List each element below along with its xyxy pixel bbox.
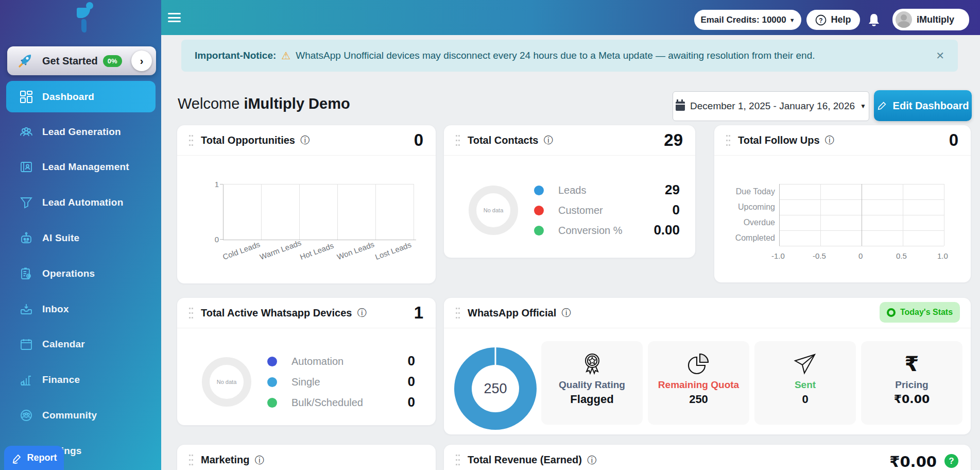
info-icon[interactable]: ⓘ <box>543 134 553 146</box>
info-icon[interactable]: ⓘ <box>254 454 264 466</box>
stat-value: 0 <box>754 393 856 406</box>
card-total-opportunities: Total Opportunities ⓘ 0 1 0 Cold Leads W… <box>177 125 436 283</box>
drag-handle-icon[interactable] <box>455 306 460 320</box>
question-circle-icon: ? <box>815 14 827 26</box>
imultiply-logo <box>61 1 101 33</box>
question-badge-icon[interactable]: ? <box>944 454 958 468</box>
lead-management-icon <box>20 160 33 174</box>
stat-label: Quality Rating <box>541 379 643 391</box>
sidebar-item-community[interactable]: Community <box>6 405 156 426</box>
sidebar-item-label: Dashboard <box>42 91 94 103</box>
page-title: Welcome iMultiply Demo <box>178 95 350 112</box>
info-icon[interactable]: ⓘ <box>561 307 571 319</box>
finance-icon <box>20 373 33 387</box>
info-icon[interactable]: ⓘ <box>300 134 310 146</box>
drag-handle-icon[interactable] <box>726 133 731 147</box>
legend-value: 0 <box>408 374 415 390</box>
card-marketing: Marketing ⓘ <box>177 445 436 470</box>
pencil-icon <box>877 100 887 111</box>
sidebar-item-lead-automation[interactable]: Lead Automation <box>6 192 156 213</box>
sidebar-item-ai-suite[interactable]: AI Suite <box>6 228 156 248</box>
sidebar-item-label: Community <box>42 410 97 421</box>
lead-generation-icon <box>20 125 33 139</box>
card-title: WhatsApp Official <box>468 307 556 319</box>
sidebar-item-operations[interactable]: Operations <box>6 263 156 284</box>
lead-automation-icon <box>20 196 33 209</box>
drag-handle-icon[interactable] <box>455 453 460 467</box>
card-title: Total Active Whatsapp Devices <box>201 307 352 319</box>
send-icon <box>754 350 856 377</box>
drag-handle-icon[interactable] <box>188 133 194 147</box>
pie-chart-icon <box>648 350 749 377</box>
devices-donut-chart: No data <box>202 357 251 407</box>
sidebar-item-label: Lead Management <box>42 161 129 173</box>
operations-icon <box>20 267 33 280</box>
edit-dashboard-button[interactable]: Edit Dashboard <box>874 90 972 121</box>
report-button[interactable]: Report <box>4 446 64 470</box>
help-button[interactable]: ? Help <box>806 10 860 30</box>
email-credits-dropdown[interactable]: Email Credits: 10000 ▼ <box>694 10 801 30</box>
info-icon[interactable]: ⓘ <box>587 454 596 466</box>
contacts-donut-chart: No data <box>469 186 518 235</box>
card-title: Total Revenue (Earned) <box>468 454 582 466</box>
calendar-icon <box>676 102 685 111</box>
menu-toggle-icon[interactable] <box>168 13 181 23</box>
calendar-icon <box>20 338 33 351</box>
rupee-icon: ₹ <box>861 350 962 377</box>
date-range-picker[interactable]: December 1, 2025 - January 16, 2026 ▼ <box>673 91 869 121</box>
medal-icon <box>541 350 643 377</box>
dashboard-icon <box>20 90 33 104</box>
drag-handle-icon[interactable] <box>188 453 194 467</box>
card-total-revenue: Total Revenue (Earned) ⓘ ₹0.00 ? <box>444 445 971 470</box>
legend-item: Conversion % <box>534 225 623 237</box>
email-credits-label: Email Credits: 10000 <box>700 15 786 25</box>
sidebar-item-label: Lead Automation <box>42 197 123 208</box>
info-icon[interactable]: ⓘ <box>357 307 366 319</box>
sidebar-item-label: Operations <box>42 268 95 279</box>
info-icon[interactable]: ⓘ <box>825 134 834 146</box>
get-started-button[interactable]: Get Started 0% › <box>7 46 156 75</box>
drag-handle-icon[interactable] <box>188 306 194 320</box>
legend-value: 0 <box>408 353 415 369</box>
close-icon[interactable]: ✕ <box>936 49 944 62</box>
card-value: 0 <box>949 130 958 150</box>
pencil-icon <box>11 452 23 464</box>
sidebar-item-lead-generation[interactable]: Lead Generation <box>6 122 156 142</box>
sidebar-item-finance[interactable]: Finance <box>6 370 156 390</box>
get-started-label: Get Started <box>42 55 98 67</box>
avatar <box>896 11 912 28</box>
stat-tile-sent: Sent 0 <box>754 341 856 425</box>
stat-tile-remaining-quota: Remaining Quota 250 <box>648 341 749 425</box>
card-title: Total Opportunities <box>201 135 295 146</box>
stat-value: ₹0.00 <box>861 393 962 406</box>
legend-dot <box>267 357 277 366</box>
legend-dot <box>534 206 544 215</box>
get-started-progress-badge: 0% <box>103 55 122 67</box>
card-title: Total Follow Ups <box>738 135 820 146</box>
sidebar-item-inbox[interactable]: Inbox <box>6 299 156 320</box>
card-total-follow-ups: Total Follow Ups ⓘ 0 Due Today Upcoming … <box>714 125 971 282</box>
warning-icon: ⚠ <box>281 49 290 62</box>
stat-tile-pricing: ₹ Pricing ₹0.00 <box>861 341 962 425</box>
card-total-contacts: Total Contacts ⓘ 29 No data Leads Custom… <box>444 125 695 258</box>
notice-message: WhatsApp Unofficial devices may disconne… <box>296 50 815 61</box>
notice-title: Important-Notice: <box>195 50 276 61</box>
chevron-right-icon[interactable]: › <box>131 51 152 71</box>
rocket-icon <box>18 53 33 69</box>
card-value: 1 <box>414 303 423 323</box>
card-whatsapp-official: WhatsApp Official ⓘ Today's Stats 250 Qu… <box>444 298 971 434</box>
sidebar-item-dashboard[interactable]: Dashboard <box>6 81 156 112</box>
community-icon <box>20 409 33 422</box>
profile-menu[interactable]: iMultiply <box>892 9 969 30</box>
sidebar-item-lead-management[interactable]: Lead Management <box>6 157 156 177</box>
legend-item: Automation <box>267 356 343 367</box>
drag-handle-icon[interactable] <box>455 133 460 147</box>
sidebar-item-calendar[interactable]: Calendar <box>6 334 156 355</box>
stat-label: Remaining Quota <box>648 379 749 391</box>
notice-banner: Important-Notice: ⚠ WhatsApp Unofficial … <box>181 40 958 72</box>
sidebar-item-label: Finance <box>42 374 80 385</box>
card-title: Marketing <box>201 454 249 466</box>
stat-label: Pricing <box>861 379 962 391</box>
legend-value: 29 <box>665 182 680 198</box>
notifications-bell-icon[interactable] <box>867 12 881 28</box>
